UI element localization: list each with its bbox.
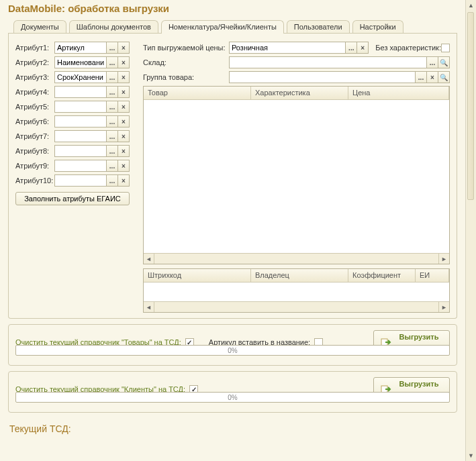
attr6-input[interactable]: [54, 115, 107, 127]
current-tsd-label: Текущий ТСД:: [0, 418, 465, 440]
goods-grid-body[interactable]: [144, 100, 449, 253]
barcode-col-barcode[interactable]: Штрихкод: [144, 269, 251, 282]
attributes-block: Атрибут1:...× Атрибут2:...× Атрибут3:...…: [15, 42, 136, 205]
goods-grid: Товар Характеристика Цена ◄ ►: [143, 86, 450, 264]
attr8-select-button[interactable]: ...: [106, 145, 118, 157]
export-clients-progress: 0%: [15, 392, 450, 403]
attr9-clear-button[interactable]: ×: [117, 160, 130, 172]
attr10-input[interactable]: [54, 174, 107, 187]
barcode-col-unit[interactable]: ЕИ: [416, 269, 449, 282]
attr8-label: Атрибут8:: [15, 147, 54, 155]
attr4-input[interactable]: [54, 86, 107, 98]
attr4-label: Атрибут4:: [15, 88, 54, 96]
goods-grid-scrollbar[interactable]: ◄ ►: [144, 253, 449, 264]
attr2-select-button[interactable]: ...: [106, 56, 118, 68]
warehouse-input[interactable]: [229, 56, 427, 68]
attr3-input[interactable]: [54, 71, 107, 83]
group-select-button[interactable]: ...: [415, 71, 427, 83]
attr1-select-button[interactable]: ...: [106, 42, 118, 54]
scroll-right-icon[interactable]: ►: [438, 254, 449, 264]
tab-templates[interactable]: Шаблоны документов: [69, 20, 158, 33]
attr5-select-button[interactable]: ...: [106, 101, 118, 113]
scrollbar-thumb[interactable]: [467, 12, 474, 200]
attr3-clear-button[interactable]: ×: [117, 71, 130, 83]
attr5-input[interactable]: [54, 101, 107, 113]
tab-documents[interactable]: Документы: [13, 20, 66, 33]
attr3-label: Атрибут3:: [15, 73, 54, 81]
barcode-col-coef[interactable]: Коэффициент: [348, 269, 416, 282]
tab-settings[interactable]: Настройки: [352, 20, 403, 33]
attr4-select-button[interactable]: ...: [106, 86, 118, 98]
price-type-clear-button[interactable]: ×: [356, 42, 369, 54]
page-title: DataMobile: обработка выгрузки: [0, 0, 465, 18]
no-characteristics-checkbox[interactable]: [441, 44, 450, 52]
attr6-label: Атрибут6:: [15, 117, 54, 125]
attr9-label: Атрибут9:: [15, 162, 54, 170]
tab-panel: Атрибут1:...× Атрибут2:...× Атрибут3:...…: [8, 34, 457, 319]
group-input[interactable]: [229, 71, 416, 83]
group-search-button[interactable]: [438, 71, 450, 83]
goods-col-product[interactable]: Товар: [144, 87, 251, 99]
warehouse-select-button[interactable]: ...: [426, 56, 438, 68]
vertical-scrollbar[interactable]: ▲ ▼: [465, 0, 476, 461]
export-clients-group: Очистить текущий справочник "Клиенты" на…: [8, 371, 457, 413]
barcode-grid-scrollbar[interactable]: ◄ ►: [144, 301, 449, 312]
price-type-select-button[interactable]: ...: [345, 42, 357, 54]
scroll-left-icon[interactable]: ◄: [144, 302, 154, 312]
attr1-input[interactable]: [54, 42, 107, 54]
attr1-label: Атрибут1:: [15, 44, 54, 52]
attr7-clear-button[interactable]: ×: [117, 130, 130, 142]
attr10-label: Атрибут10:: [15, 176, 54, 185]
group-label: Группа товара:: [143, 73, 229, 81]
group-clear-button[interactable]: ×: [426, 71, 438, 83]
attr4-clear-button[interactable]: ×: [117, 86, 130, 98]
export-goods-group: Очистить текущий справочник "Товары" на …: [8, 324, 457, 366]
attr5-label: Атрибут5:: [15, 103, 54, 111]
scroll-up-icon[interactable]: ▲: [466, 0, 476, 11]
attr7-label: Атрибут7:: [15, 132, 54, 140]
attr2-label: Атрибут2:: [15, 58, 54, 66]
attr10-select-button[interactable]: ...: [106, 174, 118, 187]
attr6-clear-button[interactable]: ×: [117, 115, 130, 127]
warehouse-label: Склад:: [143, 58, 229, 66]
tab-nomenclature[interactable]: Номенклатура/Ячейки/Клиенты: [161, 20, 284, 34]
barcode-grid-body[interactable]: [144, 283, 449, 301]
tabs: Документы Шаблоны документов Номенклатур…: [0, 18, 465, 33]
attr6-select-button[interactable]: ...: [106, 115, 118, 127]
warehouse-search-button[interactable]: [438, 56, 450, 68]
export-goods-progress: 0%: [15, 345, 450, 356]
scroll-right-icon[interactable]: ►: [438, 302, 449, 312]
price-type-label: Тип выгружаемой цены:: [143, 44, 229, 52]
attr10-clear-button[interactable]: ×: [117, 174, 130, 187]
barcode-col-owner[interactable]: Владелец: [251, 269, 348, 282]
attr7-select-button[interactable]: ...: [106, 130, 118, 142]
scroll-left-icon[interactable]: ◄: [144, 254, 154, 264]
tab-users[interactable]: Пользователи: [287, 20, 350, 33]
fill-egais-button[interactable]: Заполнить атрибуты ЕГАИС: [15, 192, 130, 205]
attr1-clear-button[interactable]: ×: [117, 42, 130, 54]
scroll-down-icon[interactable]: ▼: [466, 450, 476, 461]
attr2-input[interactable]: [54, 56, 107, 68]
attr9-select-button[interactable]: ...: [106, 160, 118, 172]
goods-col-price[interactable]: Цена: [348, 87, 449, 99]
attr2-clear-button[interactable]: ×: [117, 56, 130, 68]
attr8-input[interactable]: [54, 145, 107, 157]
no-characteristics-label: Без характеристик:: [375, 44, 441, 52]
attr7-input[interactable]: [54, 130, 107, 142]
attr3-select-button[interactable]: ...: [106, 71, 118, 83]
attr5-clear-button[interactable]: ×: [117, 101, 130, 113]
attr8-clear-button[interactable]: ×: [117, 145, 130, 157]
price-type-input[interactable]: [229, 42, 346, 54]
right-fields: Тип выгружаемой цены: ... × Без характер…: [143, 42, 450, 313]
barcode-grid: Штрихкод Владелец Коэффициент ЕИ ◄ ►: [143, 268, 450, 313]
goods-col-characteristic[interactable]: Характеристика: [251, 87, 348, 99]
attr9-input[interactable]: [54, 160, 107, 172]
